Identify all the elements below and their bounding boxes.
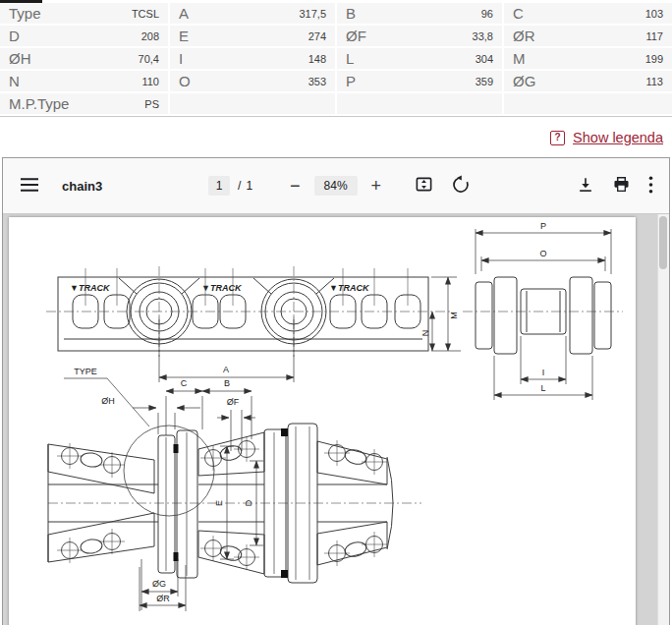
question-mark-icon: ? [550,131,565,145]
page-number-input[interactable]: 1 [208,176,230,196]
spec-value: TCSL [132,8,159,20]
spec-label: ØF [346,28,366,44]
spec-label: O [179,73,191,89]
show-legenda-link[interactable]: ? Show legenda [550,130,663,145]
menu-button[interactable] [21,178,38,195]
spec-value: 208 [141,30,159,42]
dim-label-dh: ØH [101,396,115,406]
spec-label: M [513,50,526,67]
rotate-counterclockwise-icon [451,175,471,198]
spec-label: ØH [9,50,31,67]
spec-label: I [179,50,183,67]
spec-label: M.P.Type [9,95,69,112]
fit-to-page-button[interactable] [415,175,433,197]
spec-label: L [346,50,354,67]
toolbar-right [577,175,669,197]
dim-label-type: TYPE [74,367,97,376]
dim-label-p: P [540,221,546,231]
plan-dimensions [64,378,263,611]
spec-value: 353 [308,76,326,87]
spec-cell: B96 [337,3,502,24]
more-vertical-icon [648,176,653,197]
menu-icon [21,178,38,195]
dim-label-df: ØF [227,397,240,407]
dim-label-d: D [244,499,253,506]
scrollbar[interactable] [657,214,669,625]
page-separator: / [238,179,241,193]
spec-cell: A317,5 [170,3,335,24]
spec-cell [337,93,502,114]
pdf-viewer: chain3 1 / 1 − 84% + [2,157,670,625]
spec-cell: ØR117 [504,26,672,46]
toolbar-center: 1 / 1 − 84% + [208,175,471,198]
download-button[interactable] [577,176,594,197]
spec-label: P [346,73,356,89]
spec-cell [504,93,672,114]
spec-label: B [346,5,356,22]
spec-cell: M199 [504,48,672,69]
spec-label: ØR [513,28,535,44]
spec-table: TypeTCSL A317,5 B96 C103 D208 E274 ØF33,… [0,3,672,117]
dim-label-m: M [449,312,459,319]
spec-value: 148 [308,53,326,65]
dim-label-dg: ØG [152,579,166,589]
spec-cell [170,93,335,114]
rotate-button[interactable] [451,175,471,198]
dim-label-e: E [214,500,224,506]
pdf-toolbar: chain3 1 / 1 − 84% + [3,158,669,214]
spec-cell: I148 [170,48,335,69]
spec-value: 199 [645,53,663,65]
spec-value: 33,8 [473,30,493,42]
spec-cell: M.P.TypePS [0,93,168,114]
spec-cell: L304 [337,48,502,69]
spec-value: 117 [645,30,663,42]
spec-label: Type [9,5,41,22]
scrollbar-thumb[interactable] [659,216,667,269]
spec-cell: ØF33,8 [337,26,502,46]
document-title: chain3 [62,179,102,194]
side-dimensions [159,277,461,382]
spec-cell: P359 [337,71,502,91]
spec-cell: O353 [170,71,335,91]
spec-value: 359 [476,76,493,87]
dim-label-l: L [540,383,545,393]
spec-value: 317,5 [299,8,326,20]
dim-label-i: I [542,368,545,377]
screen: TypeTCSL A317,5 B96 C103 D208 E274 ØF33,… [0,0,672,625]
spec-cell: ØH70,4 [0,48,168,69]
spec-value: 274 [308,30,326,42]
pdf-content-area: ▼TRACK ▼TRACK ▼TRACK [3,214,669,625]
dim-label-c: C [181,378,188,388]
spec-label: D [9,28,20,44]
dim-label-n: N [420,330,430,337]
print-button[interactable] [612,175,631,197]
zoom-out-button[interactable]: − [290,177,301,195]
spec-value: 113 [645,76,663,87]
more-options-button[interactable] [648,176,653,197]
show-legenda-label: Show legenda [573,130,663,145]
spec-label: C [513,5,524,22]
spec-label: N [9,73,20,89]
page-total: 1 [246,179,252,193]
spec-value: 304 [476,53,493,65]
legend-row: ? Show legenda [0,122,672,153]
spec-value: PS [144,98,159,110]
zoom-in-button[interactable]: + [371,177,382,195]
spec-cell: N110 [0,71,168,91]
zoom-level[interactable]: 84% [314,176,358,196]
brand-logos: ▼TRACK ▼TRACK ▼TRACK [70,283,370,293]
spec-cell: E274 [170,26,335,46]
dim-label-a: A [223,365,229,374]
spec-label: A [179,5,189,22]
spec-value: 110 [141,76,159,87]
spec-value: 96 [481,8,493,20]
spec-label: ØG [513,73,535,89]
end-view [476,277,611,354]
brand-logo: ▼TRACK [201,283,243,293]
detail-circle [124,426,214,516]
spec-cell: ØG113 [504,71,672,91]
spec-cell: D208 [0,26,168,46]
dim-label-b: B [224,378,230,388]
brand-logo: ▼TRACK [70,283,111,293]
spec-cell: TypeTCSL [0,3,168,24]
